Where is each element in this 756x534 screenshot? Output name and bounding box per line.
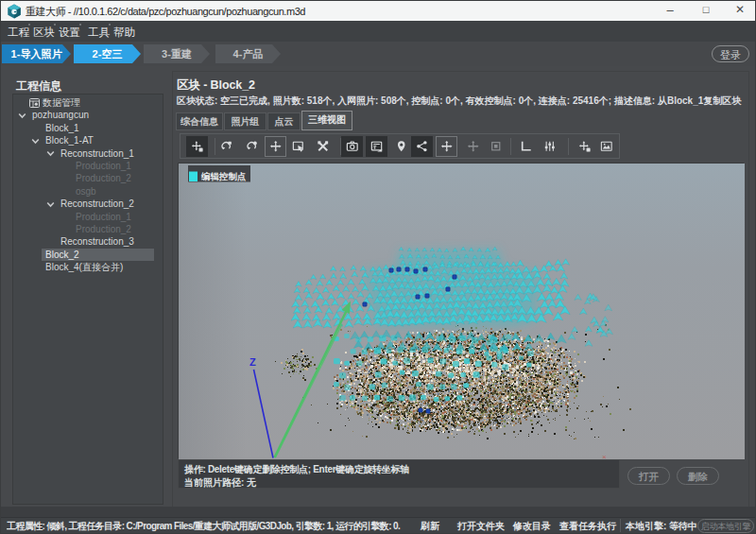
svg-text:×: × <box>602 453 607 459</box>
svg-text:Z: Z <box>249 356 256 368</box>
svg-text:编辑控制点: 编辑控制点 <box>200 171 247 181</box>
